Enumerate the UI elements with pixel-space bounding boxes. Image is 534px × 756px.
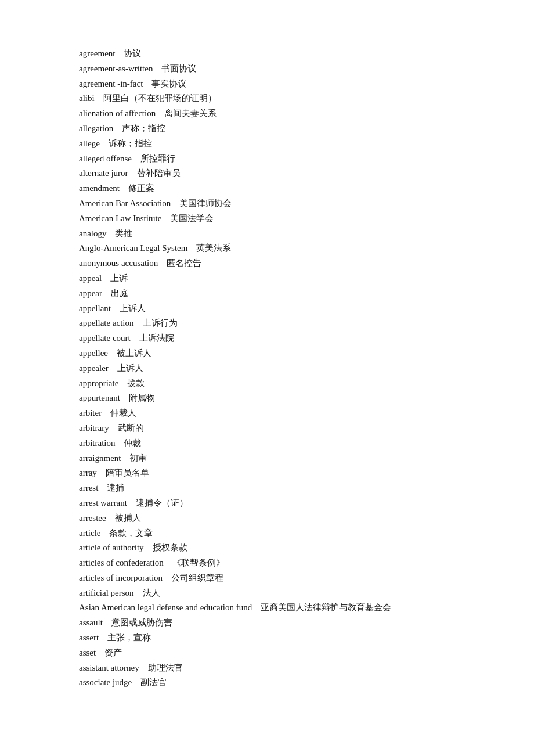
english-term: alleged offense [79, 154, 132, 163]
chinese-translation: 武断的 [118, 423, 144, 433]
list-item: article 条款，文章 [79, 526, 455, 541]
chinese-translation: 助理法官 [148, 663, 183, 672]
chinese-translation: 离间夫妻关系 [164, 109, 217, 118]
english-term: allegation [79, 124, 113, 133]
english-term: appear [79, 289, 102, 298]
chinese-translation: 逮捕令（证） [136, 498, 188, 507]
english-term: agreement-as-written [79, 64, 153, 73]
english-term: asset [79, 648, 96, 657]
english-term: agreement [79, 49, 115, 58]
list-item: allege 诉称；指控 [79, 136, 455, 152]
chinese-translation: 条款，文章 [109, 528, 153, 538]
english-term: alienation of affection [79, 109, 156, 118]
english-term: amendment [79, 183, 120, 193]
english-term: arrestee [79, 513, 106, 523]
list-item: appropriate 拨款 [79, 376, 455, 391]
english-term: American Bar Association [79, 199, 171, 208]
chinese-translation: 类推 [115, 229, 132, 238]
chinese-translation: 美国法学会 [170, 214, 214, 223]
list-item: array 陪审员名单 [79, 466, 455, 481]
chinese-translation: 上诉行为 [143, 318, 178, 327]
chinese-translation: 仲裁 [124, 438, 141, 448]
list-item: appellant 上诉人 [79, 301, 455, 316]
list-item: appellee 被上诉人 [79, 346, 455, 361]
chinese-translation: 诉称；指控 [109, 139, 152, 148]
english-term: arbitration [79, 438, 115, 448]
list-item: appeal 上诉 [79, 271, 455, 286]
list-item: appurtenant 附属物 [79, 391, 455, 406]
list-item: appellate court 上诉法院 [79, 331, 455, 346]
list-item: agreement 协议 [79, 46, 455, 62]
english-term: allege [79, 139, 100, 148]
chinese-translation: 附属物 [129, 393, 155, 402]
english-term: appropriate [79, 379, 118, 388]
list-item: agreement -in-fact 事实协议 [79, 77, 455, 92]
list-item: alternate juror 替补陪审员 [79, 166, 455, 181]
english-term: articles of confederation [79, 558, 164, 567]
list-item: alibi 阿里白（不在犯罪场的证明） [79, 91, 455, 106]
list-item: arrest warrant 逮捕令（证） [79, 496, 455, 511]
chinese-translation: 上诉 [110, 273, 128, 283]
list-item: appealer 上诉人 [79, 361, 455, 376]
chinese-translation: 拨款 [127, 379, 145, 388]
list-item: arraignment 初审 [79, 451, 455, 466]
chinese-translation: 法人 [143, 588, 160, 597]
english-term: associate judge [79, 678, 132, 687]
list-item: arbiter 仲裁人 [79, 406, 455, 421]
list-item: arrestee 被捕人 [79, 511, 455, 526]
chinese-translation: 匿名控告 [167, 258, 201, 268]
chinese-translation: 主张，宣称 [107, 633, 151, 642]
english-term: arraignment [79, 453, 121, 463]
list-item: articles of incorporation 公司组织章程 [79, 571, 455, 586]
chinese-translation: 协议 [124, 49, 141, 58]
list-item: arbitration 仲裁 [79, 436, 455, 451]
english-term: arrest warrant [79, 498, 127, 507]
chinese-translation: 出庭 [111, 289, 128, 298]
english-term: arrest [79, 483, 98, 492]
english-term: appealer [79, 363, 109, 373]
list-item: asset 资产 [79, 646, 455, 661]
chinese-translation: 所控罪行 [140, 154, 175, 163]
list-item: American Law Institute 美国法学会 [79, 211, 455, 226]
chinese-translation: 上诉人 [117, 363, 143, 373]
chinese-translation: 副法官 [140, 678, 167, 687]
english-term: article [79, 528, 100, 538]
chinese-translation: 修正案 [128, 183, 154, 193]
english-term: appellee [79, 348, 108, 358]
list-item: arbitrary 武断的 [79, 421, 455, 436]
english-term: alternate juror [79, 168, 128, 178]
english-term: appellate court [79, 333, 131, 343]
chinese-translation: 陪审员名单 [106, 468, 149, 477]
english-term: appurtenant [79, 393, 120, 402]
chinese-translation: 资产 [104, 648, 122, 657]
list-item: assistant attorney 助理法官 [79, 661, 455, 676]
list-item: anonymous accusation 匿名控告 [79, 256, 455, 271]
chinese-translation: 声称；指控 [122, 124, 165, 133]
english-term: assert [79, 633, 99, 642]
list-item: amendment 修正案 [79, 181, 455, 196]
english-term: appeal [79, 273, 102, 283]
list-item: article of authority 授权条款 [79, 541, 455, 556]
list-item: alienation of affection 离间夫妻关系 [79, 106, 455, 121]
english-term: articles of incorporation [79, 573, 163, 582]
chinese-translation: 事实协议 [151, 79, 186, 88]
chinese-translation: 上诉法院 [139, 333, 174, 343]
english-term: alibi [79, 93, 95, 103]
chinese-translation: 替补陪审员 [137, 168, 181, 178]
english-term: Asian American legal defense and educati… [79, 603, 252, 612]
english-term: arbiter [79, 408, 102, 417]
english-term: anonymous accusation [79, 258, 158, 268]
list-item: associate judge 副法官 [79, 675, 455, 690]
list-item: alleged offense 所控罪行 [79, 152, 455, 167]
chinese-translation: 被捕人 [115, 513, 141, 523]
list-item: Anglo-American Legal System 英美法系 [79, 241, 455, 256]
chinese-translation: 意图或威胁伤害 [111, 618, 172, 627]
english-term: artificial person [79, 588, 134, 597]
chinese-translation: 初审 [129, 453, 147, 463]
english-term: assault [79, 618, 103, 627]
content-area: agreement 协议agreement-as-written 书面协议agr… [79, 46, 455, 690]
english-term: appellant [79, 304, 111, 313]
english-term: Anglo-American Legal System [79, 243, 187, 253]
list-item: assert 主张，宣称 [79, 631, 455, 646]
english-term: article of authority [79, 543, 144, 552]
